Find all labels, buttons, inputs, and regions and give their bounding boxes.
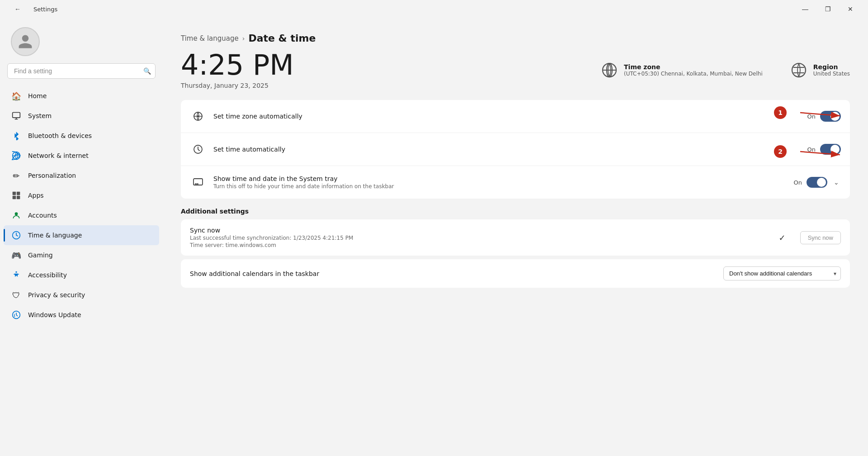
sidebar-item-personalization[interactable]: ✏️ Personalization: [4, 166, 159, 185]
time-language-icon: [11, 230, 22, 241]
region-value: United States: [813, 71, 850, 77]
setting-row-system-tray: Show time and date in the System tray Tu…: [181, 166, 850, 199]
svg-point-8: [15, 271, 17, 273]
sidebar-item-label: Time & language: [28, 232, 82, 239]
home-icon: 🏠: [11, 90, 22, 101]
personalization-icon: ✏️: [11, 170, 22, 181]
sidebar-item-label: System: [28, 112, 52, 119]
sidebar-item-windows-update[interactable]: Windows Update: [4, 305, 159, 325]
setting-row-auto-time: Set time automatically On: [181, 133, 850, 166]
bluetooth-icon: [11, 130, 22, 141]
settings-card-toggles: 1 2 Set time zone automatically: [181, 100, 850, 199]
region-block: Region United States: [790, 61, 850, 79]
svg-point-12: [792, 63, 806, 77]
sidebar-item-gaming[interactable]: 🎮 Gaming: [4, 245, 159, 265]
additional-settings-title: Additional settings: [181, 208, 850, 215]
timezone-value: (UTC+05:30) Chennai, Kolkata, Mumbai, Ne…: [624, 71, 763, 77]
calendar-label: Show additional calendars in the taskbar: [190, 270, 716, 277]
system-icon: [11, 110, 22, 121]
apps-icon: [11, 190, 22, 201]
maximize-button[interactable]: ❐: [817, 2, 838, 16]
sidebar-item-apps[interactable]: Apps: [4, 185, 159, 205]
calendar-select[interactable]: Don't show additional calendarsSimplifie…: [723, 266, 841, 280]
timezone-info: Time zone (UTC+05:30) Chennai, Kolkata, …: [624, 63, 763, 77]
auto-timezone-text: Set time zone automatically: [213, 113, 800, 120]
sidebar-item-home[interactable]: 🏠 Home: [4, 86, 159, 106]
sync-now-button[interactable]: Sync now: [800, 231, 841, 244]
auto-timezone-toggle[interactable]: [820, 111, 841, 122]
sidebar: 🔍 🏠 Home System Bluetooth & devices: [0, 18, 163, 456]
sidebar-item-system[interactable]: System: [4, 106, 159, 126]
auto-time-label: Set time automatically: [213, 146, 800, 153]
accounts-icon: [11, 210, 22, 221]
avatar[interactable]: [11, 27, 40, 56]
setting-row-auto-timezone: Set time zone automatically On: [181, 100, 850, 133]
minimize-button[interactable]: —: [795, 2, 816, 16]
sidebar-item-time-language[interactable]: Time & language: [4, 225, 159, 245]
auto-time-toggle[interactable]: [820, 144, 841, 155]
current-time: 4:25 PM: [181, 51, 600, 79]
timezone-label: Time zone: [624, 63, 763, 71]
sidebar-item-bluetooth[interactable]: Bluetooth & devices: [4, 126, 159, 146]
auto-time-toggle-label: On: [807, 146, 816, 153]
svg-rect-3: [17, 192, 20, 195]
time-info-right: Time zone (UTC+05:30) Chennai, Kolkata, …: [600, 61, 850, 79]
sidebar-item-accessibility[interactable]: Accessibility: [4, 265, 159, 285]
svg-point-18: [197, 115, 199, 117]
window-controls: — ❐ ✕: [795, 2, 861, 16]
svg-rect-5: [17, 196, 20, 200]
sidebar-item-label: Apps: [28, 192, 44, 199]
current-date: Thursday, January 23, 2025: [181, 82, 600, 89]
auto-timezone-icon: [190, 108, 206, 124]
app-body: 🔍 🏠 Home System Bluetooth & devices: [0, 18, 868, 456]
titlebar-left: ← Settings: [7, 2, 57, 16]
auto-timezone-toggle-label: On: [807, 113, 816, 120]
svg-rect-0: [13, 113, 20, 118]
system-tray-label: Show time and date in the System tray: [213, 175, 787, 182]
system-tray-icon: [190, 174, 206, 190]
breadcrumb-chevron: ›: [242, 35, 245, 42]
privacy-icon: 🛡: [11, 290, 22, 300]
auto-time-icon: [190, 141, 206, 157]
breadcrumb-parent[interactable]: Time & language: [181, 34, 239, 43]
system-tray-toggle[interactable]: [807, 177, 827, 188]
search-box: 🔍: [7, 63, 156, 79]
avatar-section: [0, 18, 163, 63]
gaming-icon: 🎮: [11, 250, 22, 261]
system-tray-text: Show time and date in the System tray Tu…: [213, 175, 787, 190]
auto-time-right: On: [807, 144, 841, 155]
sidebar-item-label: Windows Update: [28, 311, 81, 318]
system-tray-toggle-label: On: [794, 179, 802, 186]
sync-sub2: Time server: time.windows.com: [190, 242, 772, 248]
system-tray-chevron[interactable]: ⌄: [832, 177, 841, 188]
sync-check-icon: ✓: [779, 233, 786, 242]
accessibility-icon: [11, 270, 22, 280]
sidebar-item-accounts[interactable]: Accounts: [4, 205, 159, 225]
region-info: Region United States: [813, 63, 850, 77]
time-header: 4:25 PM Thursday, January 23, 2025 Time …: [181, 51, 850, 89]
windows-update-icon: [11, 309, 22, 320]
region-label: Region: [813, 63, 850, 71]
back-button[interactable]: ←: [7, 2, 28, 16]
sidebar-item-label: Gaming: [28, 252, 53, 259]
search-input[interactable]: [7, 63, 156, 79]
annotation-badge-2: 2: [774, 145, 787, 158]
app-title: Settings: [33, 6, 57, 13]
auto-timezone-label: Set time zone automatically: [213, 113, 800, 120]
close-button[interactable]: ✕: [840, 2, 861, 16]
sidebar-item-privacy[interactable]: 🛡 Privacy & security: [4, 285, 159, 305]
system-tray-right: On ⌄: [794, 177, 841, 188]
svg-rect-2: [13, 192, 16, 195]
system-tray-sublabel: Turn this off to hide your time and date…: [213, 183, 787, 190]
svg-point-6: [15, 212, 18, 215]
sidebar-item-label: Accessibility: [28, 271, 67, 279]
sync-card: Sync now Last successful time synchroniz…: [181, 219, 850, 256]
titlebar: ← Settings — ❐ ✕: [0, 0, 868, 18]
main-content: Time & language › Date & time 4:25 PM Th…: [163, 18, 868, 456]
breadcrumb-current: Date & time: [248, 33, 316, 44]
timezone-block: Time zone (UTC+05:30) Chennai, Kolkata, …: [600, 61, 763, 79]
svg-rect-4: [13, 196, 16, 200]
sidebar-item-label: Bluetooth & devices: [28, 132, 92, 139]
sidebar-item-network[interactable]: Network & internet: [4, 146, 159, 166]
network-icon: [11, 150, 22, 161]
